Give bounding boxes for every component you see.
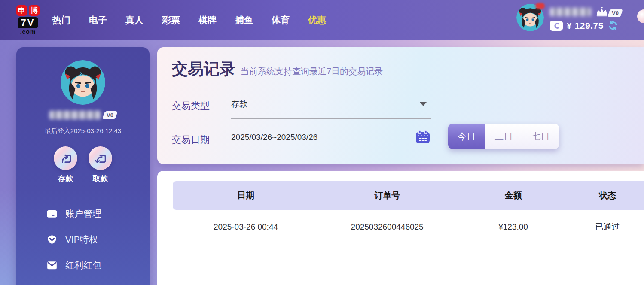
balance-row: ¥ 129.75 bbox=[550, 20, 622, 31]
logo-name: 7V bbox=[18, 17, 39, 28]
username-blurred bbox=[550, 8, 591, 16]
sidebar-username-row: V0 bbox=[49, 111, 116, 119]
filter-panel: 交易记录 当前系统支持查询最近7日的交易记录 交易类型 存款 交易日期 2025… bbox=[157, 47, 644, 164]
column-header-date: 日期 bbox=[173, 181, 319, 210]
chevron-down-icon bbox=[420, 102, 427, 106]
sidebar-divider bbox=[28, 282, 138, 282]
withdraw-icon bbox=[89, 146, 112, 170]
card-icon bbox=[46, 208, 58, 219]
nav-item-fishing[interactable]: 捕鱼 bbox=[235, 14, 253, 26]
column-header-status: 状态 bbox=[571, 181, 644, 210]
main-nav: 热门 电子 真人 彩票 棋牌 捕鱼 体育 优惠 bbox=[52, 14, 326, 26]
vip-level-pill: V0 bbox=[607, 9, 623, 17]
topbar-avatar[interactable] bbox=[516, 4, 544, 31]
user-info: V0 ¥ 129.75 bbox=[550, 4, 622, 31]
user-area: V0 ¥ 129.75 bbox=[516, 4, 622, 31]
nav-item-lottery[interactable]: 彩票 bbox=[162, 14, 180, 26]
notification-badge bbox=[535, 3, 545, 9]
deposit-button[interactable]: 存款 bbox=[54, 146, 77, 184]
records-panel: 日期 订单号 金额 状态 2025-03-26 00:44 2025032600… bbox=[157, 171, 644, 285]
logo-badge-left: 申 bbox=[16, 5, 27, 16]
transaction-date-value: 2025/03/26~2025/03/26 bbox=[231, 133, 317, 142]
nav-item-cards[interactable]: 棋牌 bbox=[198, 14, 217, 26]
date-range-tabs: 今日 三日 七日 bbox=[448, 124, 559, 149]
page-title: 交易记录 bbox=[172, 58, 235, 80]
nav-item-slots[interactable]: 电子 bbox=[89, 14, 107, 26]
avatar-cartoon bbox=[61, 60, 105, 105]
deposit-icon bbox=[54, 146, 77, 170]
vip-badge[interactable]: V0 bbox=[595, 6, 622, 17]
sidebar-username-blurred bbox=[49, 111, 101, 119]
wallet-icon bbox=[550, 21, 563, 31]
records-table: 日期 订单号 金额 状态 2025-03-26 00:44 2025032600… bbox=[173, 181, 644, 244]
nav-item-sports[interactable]: 体育 bbox=[272, 14, 290, 26]
balance-amount: ¥ 129.75 bbox=[567, 21, 604, 31]
sidebar-item-bonus[interactable]: 红利红包 bbox=[46, 252, 150, 278]
column-header-amount: 金额 bbox=[455, 181, 571, 210]
sidebar-item-label: 红利红包 bbox=[65, 259, 101, 271]
sidebar-item-label: VIP特权 bbox=[65, 233, 98, 246]
calendar-icon[interactable] bbox=[415, 130, 430, 144]
transaction-date-label: 交易日期 bbox=[172, 133, 231, 151]
withdraw-button[interactable]: 取款 bbox=[89, 146, 112, 184]
quick-actions: 存款 取款 bbox=[54, 146, 112, 184]
cell-amount: ¥123.00 bbox=[455, 210, 571, 244]
sidebar-item-label: 账户管理 bbox=[65, 208, 101, 220]
sidebar-item-account[interactable]: 账户管理 bbox=[46, 201, 150, 227]
shield-icon bbox=[46, 234, 58, 245]
last-login-text: 最后登入2025-03-26 12:43 bbox=[45, 127, 121, 135]
deposit-label: 存款 bbox=[58, 173, 73, 184]
transaction-type-label: 交易类型 bbox=[172, 99, 231, 119]
logo-badge-right: 博 bbox=[29, 5, 40, 16]
column-header-order: 订单号 bbox=[319, 181, 455, 210]
tab-seven-days[interactable]: 七日 bbox=[522, 124, 559, 149]
nav-item-promo[interactable]: 优惠 bbox=[308, 14, 326, 26]
tab-today[interactable]: 今日 bbox=[448, 124, 485, 149]
envelope-icon bbox=[46, 260, 58, 271]
logo-domain: .com bbox=[20, 29, 36, 35]
sidebar-menu: 账户管理 VIP特权 红利红包 bbox=[16, 201, 150, 278]
cell-date: 2025-03-26 00:44 bbox=[173, 210, 319, 244]
refresh-icon[interactable] bbox=[607, 20, 618, 31]
title-row: 交易记录 当前系统支持查询最近7日的交易记录 bbox=[172, 58, 644, 80]
user-name-row: V0 bbox=[550, 6, 622, 17]
withdraw-label: 取款 bbox=[93, 173, 108, 184]
cell-order-number: 2025032600446025 bbox=[319, 210, 455, 244]
crown-icon bbox=[595, 6, 609, 17]
transaction-type-select[interactable]: 存款 bbox=[231, 99, 431, 119]
top-navbar: 申 博 7V .com 热门 电子 真人 彩票 棋牌 捕鱼 体育 优惠 bbox=[0, 0, 644, 40]
logo-badges: 申 博 bbox=[16, 5, 40, 16]
sidebar: V0 最后登入2025-03-26 12:43 存款 bbox=[16, 47, 150, 285]
table-header-row: 日期 订单号 金额 状态 bbox=[173, 181, 644, 210]
page-subtitle: 当前系统支持查询最近7日的交易记录 bbox=[241, 66, 383, 77]
vip-level-text: V0 bbox=[612, 10, 619, 16]
table-row: 2025-03-26 00:44 2025032600446025 ¥123.0… bbox=[173, 210, 644, 244]
nav-item-live[interactable]: 真人 bbox=[125, 14, 143, 26]
page-background: V0 最后登入2025-03-26 12:43 存款 bbox=[0, 40, 644, 285]
sidebar-item-vip[interactable]: VIP特权 bbox=[46, 227, 150, 252]
nav-item-hot[interactable]: 热门 bbox=[52, 14, 70, 26]
cell-status: 已通过 bbox=[571, 210, 644, 244]
sidebar-vip-text: V0 bbox=[107, 112, 113, 118]
filter-form: 交易类型 存款 交易日期 2025/03/26~2025/03/26 bbox=[172, 99, 644, 151]
transaction-type-value: 存款 bbox=[231, 100, 247, 109]
sidebar-vip-pill: V0 bbox=[102, 111, 118, 119]
floating-widget[interactable] bbox=[637, 9, 644, 23]
site-logo[interactable]: 申 博 7V .com bbox=[16, 5, 40, 35]
tab-three-days[interactable]: 三日 bbox=[485, 124, 522, 149]
transaction-date-input[interactable]: 2025/03/26~2025/03/26 bbox=[231, 133, 431, 151]
sidebar-avatar[interactable] bbox=[61, 60, 105, 105]
